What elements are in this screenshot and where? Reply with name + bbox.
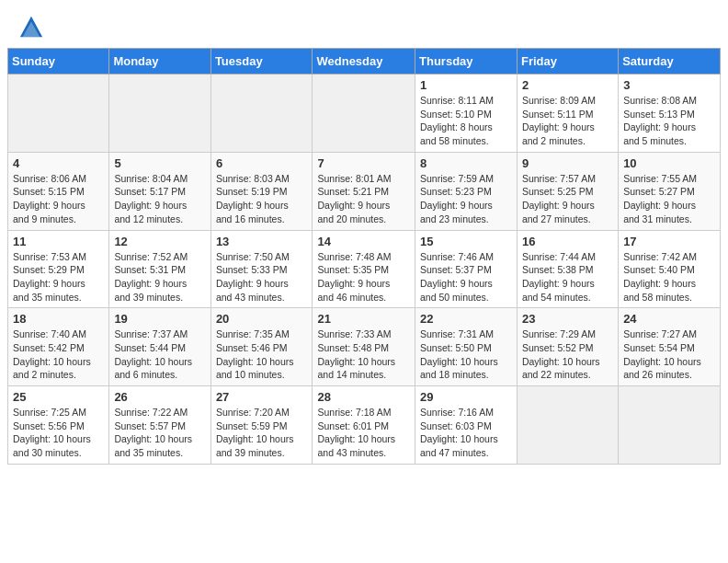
day-number: 4 — [13, 156, 104, 170]
day-info: Sunrise: 7:44 AM Sunset: 5:38 PM Dayligh… — [522, 250, 613, 304]
day-info: Sunrise: 8:08 AM Sunset: 5:13 PM Dayligh… — [623, 94, 715, 148]
calendar-week-row: 11Sunrise: 7:53 AM Sunset: 5:29 PM Dayli… — [8, 230, 721, 308]
calendar-cell: 1Sunrise: 8:11 AM Sunset: 5:10 PM Daylig… — [415, 75, 518, 153]
day-info: Sunrise: 7:18 AM Sunset: 6:01 PM Dayligh… — [317, 406, 410, 460]
logo — [18, 15, 48, 40]
calendar-cell: 5Sunrise: 8:04 AM Sunset: 5:17 PM Daylig… — [109, 152, 210, 230]
day-number: 5 — [114, 156, 205, 170]
calendar-cell: 7Sunrise: 8:01 AM Sunset: 5:21 PM Daylig… — [313, 152, 415, 230]
day-info: Sunrise: 7:35 AM Sunset: 5:46 PM Dayligh… — [216, 327, 308, 382]
day-number: 18 — [13, 312, 104, 326]
calendar-cell: 9Sunrise: 7:57 AM Sunset: 5:25 PM Daylig… — [517, 152, 618, 230]
day-number: 13 — [216, 235, 308, 248]
calendar-cell: 13Sunrise: 7:50 AM Sunset: 5:33 PM Dayli… — [210, 230, 313, 308]
header — [0, 0, 728, 48]
calendar-cell: 12Sunrise: 7:52 AM Sunset: 5:31 PM Dayli… — [109, 230, 210, 308]
calendar-week-row: 25Sunrise: 7:25 AM Sunset: 5:56 PM Dayli… — [8, 386, 721, 465]
day-info: Sunrise: 7:55 AM Sunset: 5:27 PM Dayligh… — [623, 172, 715, 226]
day-number: 2 — [522, 78, 613, 92]
day-info: Sunrise: 8:11 AM Sunset: 5:10 PM Dayligh… — [420, 94, 512, 148]
calendar-cell: 16Sunrise: 7:44 AM Sunset: 5:38 PM Dayli… — [517, 230, 618, 308]
calendar-cell — [210, 75, 313, 153]
calendar-cell: 26Sunrise: 7:22 AM Sunset: 5:57 PM Dayli… — [109, 386, 210, 465]
calendar-cell: 22Sunrise: 7:31 AM Sunset: 5:50 PM Dayli… — [415, 308, 518, 386]
day-info: Sunrise: 7:27 AM Sunset: 5:54 PM Dayligh… — [623, 327, 715, 382]
day-number: 21 — [317, 312, 410, 326]
day-number: 7 — [317, 156, 410, 170]
calendar-cell: 11Sunrise: 7:53 AM Sunset: 5:29 PM Dayli… — [8, 230, 109, 308]
day-info: Sunrise: 7:29 AM Sunset: 5:52 PM Dayligh… — [522, 327, 613, 382]
calendar-cell: 24Sunrise: 7:27 AM Sunset: 5:54 PM Dayli… — [619, 308, 721, 386]
day-info: Sunrise: 7:46 AM Sunset: 5:37 PM Dayligh… — [420, 250, 512, 304]
day-number: 16 — [522, 235, 613, 248]
day-info: Sunrise: 7:20 AM Sunset: 5:59 PM Dayligh… — [216, 406, 308, 460]
day-number: 8 — [420, 156, 512, 170]
calendar-cell — [8, 75, 109, 153]
calendar-cell: 10Sunrise: 7:55 AM Sunset: 5:27 PM Dayli… — [619, 152, 721, 230]
logo-icon — [18, 15, 44, 40]
day-info: Sunrise: 8:09 AM Sunset: 5:11 PM Dayligh… — [522, 94, 613, 148]
day-info: Sunrise: 7:22 AM Sunset: 5:57 PM Dayligh… — [114, 406, 205, 460]
day-number: 19 — [114, 312, 205, 326]
day-number: 20 — [216, 312, 308, 326]
day-info: Sunrise: 7:59 AM Sunset: 5:23 PM Dayligh… — [420, 172, 512, 226]
calendar-cell: 8Sunrise: 7:59 AM Sunset: 5:23 PM Daylig… — [415, 152, 518, 230]
day-info: Sunrise: 7:42 AM Sunset: 5:40 PM Dayligh… — [623, 250, 715, 304]
calendar-cell: 19Sunrise: 7:37 AM Sunset: 5:44 PM Dayli… — [109, 308, 210, 386]
day-info: Sunrise: 8:03 AM Sunset: 5:19 PM Dayligh… — [216, 172, 308, 226]
day-number: 14 — [317, 235, 410, 248]
day-info: Sunrise: 7:48 AM Sunset: 5:35 PM Dayligh… — [317, 250, 410, 304]
calendar-cell: 4Sunrise: 8:06 AM Sunset: 5:15 PM Daylig… — [8, 152, 109, 230]
calendar-cell: 21Sunrise: 7:33 AM Sunset: 5:48 PM Dayli… — [313, 308, 415, 386]
day-info: Sunrise: 7:40 AM Sunset: 5:42 PM Dayligh… — [13, 327, 104, 382]
day-info: Sunrise: 7:53 AM Sunset: 5:29 PM Dayligh… — [13, 250, 104, 304]
day-info: Sunrise: 7:31 AM Sunset: 5:50 PM Dayligh… — [420, 327, 512, 382]
calendar-cell: 28Sunrise: 7:18 AM Sunset: 6:01 PM Dayli… — [313, 386, 415, 465]
calendar-cell: 25Sunrise: 7:25 AM Sunset: 5:56 PM Dayli… — [8, 386, 109, 465]
col-header-wednesday: Wednesday — [313, 49, 415, 75]
day-number: 10 — [623, 156, 715, 170]
calendar-cell: 6Sunrise: 8:03 AM Sunset: 5:19 PM Daylig… — [210, 152, 313, 230]
calendar-cell: 20Sunrise: 7:35 AM Sunset: 5:46 PM Dayli… — [210, 308, 313, 386]
col-header-monday: Monday — [109, 49, 210, 75]
day-info: Sunrise: 7:25 AM Sunset: 5:56 PM Dayligh… — [13, 406, 104, 460]
day-number: 1 — [420, 78, 512, 92]
day-info: Sunrise: 7:57 AM Sunset: 5:25 PM Dayligh… — [522, 172, 613, 226]
calendar-cell: 17Sunrise: 7:42 AM Sunset: 5:40 PM Dayli… — [619, 230, 721, 308]
day-number: 17 — [623, 235, 715, 248]
day-info: Sunrise: 7:50 AM Sunset: 5:33 PM Dayligh… — [216, 250, 308, 304]
calendar-cell — [619, 386, 721, 465]
day-number: 11 — [13, 235, 104, 248]
calendar-cell — [109, 75, 210, 153]
day-number: 6 — [216, 156, 308, 170]
calendar-cell: 23Sunrise: 7:29 AM Sunset: 5:52 PM Dayli… — [517, 308, 618, 386]
day-number: 29 — [420, 390, 512, 404]
calendar-header-row: SundayMondayTuesdayWednesdayThursdayFrid… — [8, 49, 721, 75]
calendar-week-row: 1Sunrise: 8:11 AM Sunset: 5:10 PM Daylig… — [8, 75, 721, 153]
calendar-cell: 18Sunrise: 7:40 AM Sunset: 5:42 PM Dayli… — [8, 308, 109, 386]
calendar-cell — [517, 386, 618, 465]
calendar-cell: 14Sunrise: 7:48 AM Sunset: 5:35 PM Dayli… — [313, 230, 415, 308]
col-header-tuesday: Tuesday — [210, 49, 313, 75]
day-number: 22 — [420, 312, 512, 326]
day-info: Sunrise: 7:16 AM Sunset: 6:03 PM Dayligh… — [420, 406, 512, 460]
col-header-sunday: Sunday — [8, 49, 109, 75]
day-number: 3 — [623, 78, 715, 92]
calendar-cell — [313, 75, 415, 153]
day-number: 9 — [522, 156, 613, 170]
day-info: Sunrise: 7:37 AM Sunset: 5:44 PM Dayligh… — [114, 327, 205, 382]
day-number: 12 — [114, 235, 205, 248]
day-info: Sunrise: 8:06 AM Sunset: 5:15 PM Dayligh… — [13, 172, 104, 226]
day-number: 25 — [13, 390, 104, 404]
day-info: Sunrise: 7:33 AM Sunset: 5:48 PM Dayligh… — [317, 327, 410, 382]
day-info: Sunrise: 7:52 AM Sunset: 5:31 PM Dayligh… — [114, 250, 205, 304]
day-number: 26 — [114, 390, 205, 404]
day-number: 15 — [420, 235, 512, 248]
calendar-week-row: 18Sunrise: 7:40 AM Sunset: 5:42 PM Dayli… — [8, 308, 721, 386]
calendar-cell: 27Sunrise: 7:20 AM Sunset: 5:59 PM Dayli… — [210, 386, 313, 465]
day-info: Sunrise: 8:04 AM Sunset: 5:17 PM Dayligh… — [114, 172, 205, 226]
day-info: Sunrise: 8:01 AM Sunset: 5:21 PM Dayligh… — [317, 172, 410, 226]
day-number: 28 — [317, 390, 410, 404]
calendar-cell: 15Sunrise: 7:46 AM Sunset: 5:37 PM Dayli… — [415, 230, 518, 308]
calendar-week-row: 4Sunrise: 8:06 AM Sunset: 5:15 PM Daylig… — [8, 152, 721, 230]
